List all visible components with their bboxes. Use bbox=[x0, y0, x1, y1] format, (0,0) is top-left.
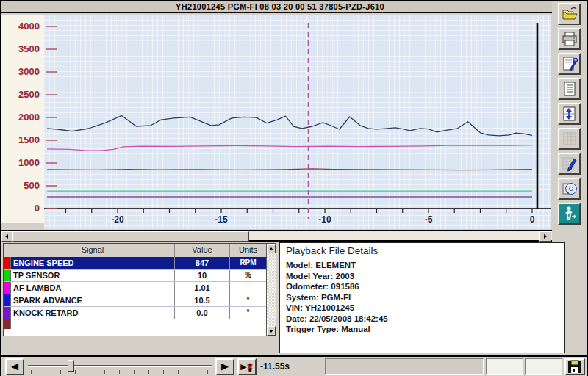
exit-button[interactable] bbox=[558, 203, 581, 225]
right-arrow-icon bbox=[544, 234, 547, 239]
grid-icon bbox=[561, 130, 578, 148]
y-tick-label-4000: 4000 bbox=[3, 21, 40, 32]
record-snapshot-icon bbox=[561, 55, 578, 73]
svg-text:-5: -5 bbox=[425, 214, 433, 225]
table-row-spark-advance[interactable]: SPARK ADVANCE10.5° bbox=[4, 294, 266, 307]
signal-rows: ENGINE SPEED847RPMTP SENSOR10%AF LAMBDA1… bbox=[4, 257, 266, 319]
data-list-button[interactable] bbox=[558, 78, 581, 100]
table-scroll-down-button[interactable] bbox=[267, 326, 276, 336]
signal-units bbox=[230, 282, 266, 294]
signal-units: ° bbox=[230, 294, 266, 306]
floppy-disk-icon bbox=[567, 360, 582, 374]
signal-units: RPM bbox=[230, 257, 266, 269]
svg-text:-15: -15 bbox=[215, 214, 228, 225]
signal-color-swatch bbox=[4, 282, 11, 294]
signal-color-swatch bbox=[4, 307, 11, 319]
details-line-3: System: PGM-FI bbox=[286, 292, 564, 303]
printer-icon bbox=[561, 30, 578, 48]
signal-column-header: Signal bbox=[11, 244, 175, 257]
signal-graph[interactable]: -20-15-10-50 bbox=[1, 13, 552, 241]
details-lines: Model: ELEMENTModel Year: 2003Odometer: … bbox=[280, 260, 564, 335]
status-segment-1 bbox=[325, 358, 484, 375]
signal-value: 847 bbox=[175, 257, 230, 269]
trace-engine-speed bbox=[47, 169, 532, 170]
details-line-4: VIN: YH21001245 bbox=[286, 303, 564, 314]
step-back-button[interactable]: ◀ bbox=[5, 358, 24, 375]
scale-arrows-icon bbox=[561, 105, 578, 123]
signal-units: ° bbox=[230, 307, 266, 319]
data-list-icon bbox=[561, 80, 578, 98]
signal-value: 10 bbox=[175, 270, 230, 281]
chart-area: -20-15-10-50 050010001500200025003000350… bbox=[1, 13, 553, 241]
details-title: Playback File Details bbox=[286, 245, 564, 256]
grid-view-button-disabled[interactable] bbox=[558, 128, 581, 150]
playback-control-bar: ◀ ▶ ▶❚ ✕ -11.55s bbox=[1, 355, 587, 376]
table-row-tp-sensor[interactable]: TP SENSOR10% bbox=[4, 270, 266, 282]
details-line-6: Trigger Type: Manual bbox=[286, 324, 564, 335]
signal-table: Signal Value Units ENGINE SPEED847RPMTP … bbox=[3, 243, 276, 336]
y-tick-label-2500: 2500 bbox=[3, 89, 40, 100]
save-disc-button[interactable] bbox=[558, 178, 581, 200]
scroll-left-button[interactable] bbox=[1, 231, 13, 242]
left-arrow-icon bbox=[5, 234, 8, 239]
status-segment-3 bbox=[525, 358, 562, 375]
up-arrow-icon bbox=[269, 247, 273, 250]
adjust-scale-button[interactable] bbox=[558, 103, 581, 125]
table-row-af-lambda[interactable]: AF LAMBDA1.01 bbox=[4, 282, 266, 294]
details-line-0: Model: ELEMENT bbox=[286, 260, 564, 271]
skip-to-end-button[interactable]: ▶❚ ✕ bbox=[237, 358, 257, 375]
next-signal-swatch-partial bbox=[4, 319, 11, 329]
details-line-5: Date: 22/05/2008 18:42:45 bbox=[286, 314, 564, 325]
details-line-2: Odometer: 091586 bbox=[286, 281, 564, 292]
exit-person-icon bbox=[561, 205, 578, 223]
y-tick-label-3500: 3500 bbox=[3, 43, 40, 54]
y-tick-label-1000: 1000 bbox=[3, 157, 40, 168]
table-row-engine-speed[interactable]: ENGINE SPEED847RPM bbox=[4, 257, 266, 270]
timeline-slider-thumb[interactable] bbox=[68, 360, 74, 372]
playback-time-display: -11.55s bbox=[260, 361, 290, 372]
scroll-right-button[interactable] bbox=[539, 231, 551, 242]
signal-color-swatch bbox=[4, 270, 11, 281]
y-tick-label-2000: 2000 bbox=[3, 112, 40, 123]
play-button[interactable]: ▶ bbox=[215, 358, 234, 375]
signal-name: KNOCK RETARD bbox=[11, 307, 175, 319]
table-scroll-up-button[interactable] bbox=[267, 244, 276, 253]
details-line-1: Model Year: 2003 bbox=[286, 271, 564, 282]
record-snapshot-button[interactable] bbox=[558, 53, 581, 75]
signal-units: % bbox=[230, 270, 266, 281]
trace-spark-advance bbox=[47, 115, 532, 135]
open-file-button[interactable] bbox=[558, 3, 581, 25]
playback-file-details-panel: Playback File Details Model: ELEMENTMode… bbox=[279, 242, 565, 353]
down-arrow-icon bbox=[269, 330, 273, 333]
timeline-slider-track[interactable] bbox=[28, 365, 212, 367]
measure-button[interactable] bbox=[558, 153, 581, 175]
signal-value: 0.0 bbox=[175, 307, 230, 319]
value-column-header: Value bbox=[175, 244, 230, 257]
graph-horizontal-scrollbar[interactable] bbox=[1, 230, 552, 242]
y-tick-label-1500: 1500 bbox=[3, 134, 40, 145]
signal-value: 10.5 bbox=[175, 294, 230, 306]
title-text: YH21001245 PGM-FI 08 03 20 00 51 37805-P… bbox=[176, 2, 384, 11]
status-segment-2 bbox=[486, 358, 523, 375]
play-icon: ▶ bbox=[221, 361, 229, 372]
trace-af-lambda bbox=[47, 145, 532, 151]
step-back-icon: ◀ bbox=[11, 361, 18, 372]
svg-text:0: 0 bbox=[530, 214, 535, 225]
scrollbar-thumb[interactable] bbox=[12, 231, 249, 242]
hds-playback-window: YH21001245 PGM-FI 08 03 20 00 51 37805-P… bbox=[0, 0, 588, 376]
open-folder-icon bbox=[561, 5, 578, 23]
save-button[interactable] bbox=[564, 358, 585, 375]
red-x-icon: ✕ bbox=[246, 361, 254, 374]
y-tick-label-500: 500 bbox=[3, 180, 40, 191]
signal-name: TP SENSOR bbox=[11, 270, 175, 281]
units-column-header: Units bbox=[230, 244, 266, 257]
signal-value: 1.01 bbox=[175, 282, 230, 294]
signal-table-header: Signal Value Units bbox=[4, 244, 266, 258]
signal-name: SPARK ADVANCE bbox=[11, 294, 175, 306]
print-button[interactable] bbox=[558, 28, 581, 50]
signal-color-swatch bbox=[4, 294, 11, 306]
signal-name: ENGINE SPEED bbox=[11, 257, 175, 269]
table-vertical-scrollbar[interactable] bbox=[266, 244, 276, 336]
signal-color-swatch bbox=[4, 257, 11, 269]
table-row-knock-retard[interactable]: KNOCK RETARD0.0° bbox=[4, 307, 266, 319]
